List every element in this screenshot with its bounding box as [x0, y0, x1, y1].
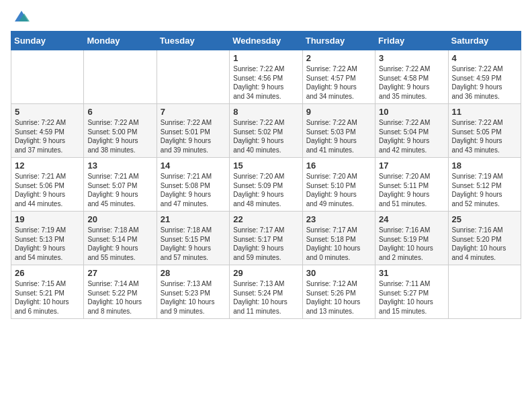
- weekday-thursday: Thursday: [302, 32, 375, 50]
- day-info: Sunrise: 7:22 AMSunset: 5:04 PMDaylight:…: [379, 118, 444, 154]
- day-info: Sunrise: 7:22 AMSunset: 4:58 PMDaylight:…: [379, 64, 444, 101]
- day-info: Sunrise: 7:12 AMSunset: 5:26 PMDaylight:…: [306, 279, 371, 316]
- day-number: 22: [233, 214, 298, 224]
- calendar-cell: 30Sunrise: 7:12 AMSunset: 5:26 PMDayligh…: [302, 265, 375, 319]
- calendar-cell: [84, 50, 157, 104]
- day-info: Sunrise: 7:14 AMSunset: 5:22 PMDaylight:…: [87, 279, 152, 316]
- day-number: 24: [379, 214, 444, 224]
- day-number: 9: [306, 107, 371, 117]
- day-info: Sunrise: 7:20 AMSunset: 5:10 PMDaylight:…: [306, 172, 371, 208]
- calendar-cell: 20Sunrise: 7:18 AMSunset: 5:14 PMDayligh…: [84, 212, 157, 265]
- day-number: 27: [87, 268, 152, 278]
- day-number: 1: [233, 53, 298, 63]
- calendar-cell: 28Sunrise: 7:13 AMSunset: 5:23 PMDayligh…: [157, 265, 229, 319]
- calendar-cell: 14Sunrise: 7:21 AMSunset: 5:08 PMDayligh…: [157, 158, 229, 212]
- day-info: Sunrise: 7:19 AMSunset: 5:13 PMDaylight:…: [15, 226, 80, 262]
- header: [11, 7, 521, 26]
- day-number: 7: [161, 107, 226, 117]
- calendar-cell: 1Sunrise: 7:22 AMSunset: 4:56 PMDaylight…: [230, 50, 302, 104]
- day-info: Sunrise: 7:21 AMSunset: 5:06 PMDaylight:…: [15, 172, 80, 208]
- weekday-wednesday: Wednesday: [230, 32, 302, 50]
- calendar-cell: [448, 265, 521, 319]
- calendar-cell: 25Sunrise: 7:16 AMSunset: 5:20 PMDayligh…: [448, 212, 521, 265]
- weekday-saturday: Saturday: [448, 32, 521, 50]
- day-number: 11: [452, 107, 517, 117]
- day-info: Sunrise: 7:22 AMSunset: 5:01 PMDaylight:…: [161, 118, 226, 154]
- day-number: 30: [306, 268, 371, 278]
- day-number: 26: [15, 268, 80, 278]
- calendar-cell: [157, 50, 229, 104]
- day-info: Sunrise: 7:22 AMSunset: 5:03 PMDaylight:…: [306, 118, 371, 154]
- calendar-cell: 6Sunrise: 7:22 AMSunset: 5:00 PMDaylight…: [84, 104, 157, 158]
- calendar-cell: 13Sunrise: 7:21 AMSunset: 5:07 PMDayligh…: [84, 158, 157, 212]
- calendar-week-2: 12Sunrise: 7:21 AMSunset: 5:06 PMDayligh…: [11, 158, 521, 212]
- day-info: Sunrise: 7:22 AMSunset: 4:59 PMDaylight:…: [15, 118, 80, 154]
- day-info: Sunrise: 7:20 AMSunset: 5:09 PMDaylight:…: [233, 172, 298, 208]
- calendar-cell: 7Sunrise: 7:22 AMSunset: 5:01 PMDaylight…: [157, 104, 229, 158]
- logo-icon: [12, 7, 31, 26]
- day-number: 2: [306, 53, 371, 63]
- calendar-cell: 17Sunrise: 7:20 AMSunset: 5:11 PMDayligh…: [375, 158, 448, 212]
- page: SundayMondayTuesdayWednesdayThursdayFrid…: [0, 0, 532, 411]
- calendar-cell: 15Sunrise: 7:20 AMSunset: 5:09 PMDayligh…: [230, 158, 302, 212]
- calendar-cell: 9Sunrise: 7:22 AMSunset: 5:03 PMDaylight…: [302, 104, 375, 158]
- day-number: 8: [233, 107, 298, 117]
- day-info: Sunrise: 7:18 AMSunset: 5:14 PMDaylight:…: [87, 226, 152, 262]
- day-info: Sunrise: 7:22 AMSunset: 5:02 PMDaylight:…: [233, 118, 298, 154]
- calendar-cell: 24Sunrise: 7:16 AMSunset: 5:19 PMDayligh…: [375, 212, 448, 265]
- day-info: Sunrise: 7:15 AMSunset: 5:21 PMDaylight:…: [15, 279, 80, 316]
- calendar-cell: 11Sunrise: 7:22 AMSunset: 5:05 PMDayligh…: [448, 104, 521, 158]
- day-number: 21: [161, 214, 226, 224]
- calendar-cell: 12Sunrise: 7:21 AMSunset: 5:06 PMDayligh…: [11, 158, 84, 212]
- day-info: Sunrise: 7:22 AMSunset: 4:57 PMDaylight:…: [306, 64, 371, 101]
- day-info: Sunrise: 7:22 AMSunset: 5:00 PMDaylight:…: [87, 118, 152, 154]
- day-info: Sunrise: 7:22 AMSunset: 4:59 PMDaylight:…: [452, 64, 517, 101]
- calendar-cell: 10Sunrise: 7:22 AMSunset: 5:04 PMDayligh…: [375, 104, 448, 158]
- day-info: Sunrise: 7:21 AMSunset: 5:08 PMDaylight:…: [161, 172, 226, 208]
- weekday-monday: Monday: [84, 32, 157, 50]
- calendar-cell: 22Sunrise: 7:17 AMSunset: 5:17 PMDayligh…: [230, 212, 302, 265]
- day-number: 29: [233, 268, 298, 278]
- calendar-week-0: 1Sunrise: 7:22 AMSunset: 4:56 PMDaylight…: [11, 50, 521, 104]
- day-info: Sunrise: 7:16 AMSunset: 5:20 PMDaylight:…: [452, 226, 517, 262]
- calendar-cell: 21Sunrise: 7:18 AMSunset: 5:15 PMDayligh…: [157, 212, 229, 265]
- day-info: Sunrise: 7:22 AMSunset: 4:56 PMDaylight:…: [233, 64, 298, 101]
- calendar-cell: 5Sunrise: 7:22 AMSunset: 4:59 PMDaylight…: [11, 104, 84, 158]
- day-number: 20: [87, 214, 152, 224]
- calendar-cell: 29Sunrise: 7:13 AMSunset: 5:24 PMDayligh…: [230, 265, 302, 319]
- calendar-cell: 27Sunrise: 7:14 AMSunset: 5:22 PMDayligh…: [84, 265, 157, 319]
- weekday-tuesday: Tuesday: [157, 32, 229, 50]
- day-number: 25: [452, 214, 517, 224]
- weekday-friday: Friday: [375, 32, 448, 50]
- calendar-cell: 3Sunrise: 7:22 AMSunset: 4:58 PMDaylight…: [375, 50, 448, 104]
- calendar-cell: 8Sunrise: 7:22 AMSunset: 5:02 PMDaylight…: [230, 104, 302, 158]
- day-number: 14: [161, 161, 226, 171]
- day-info: Sunrise: 7:17 AMSunset: 5:18 PMDaylight:…: [306, 226, 371, 262]
- day-info: Sunrise: 7:17 AMSunset: 5:17 PMDaylight:…: [233, 226, 298, 262]
- day-number: 31: [379, 268, 444, 278]
- day-info: Sunrise: 7:11 AMSunset: 5:27 PMDaylight:…: [379, 279, 444, 316]
- day-number: 5: [15, 107, 80, 117]
- day-number: 13: [87, 161, 152, 171]
- day-number: 10: [379, 107, 444, 117]
- calendar-cell: 16Sunrise: 7:20 AMSunset: 5:10 PMDayligh…: [302, 158, 375, 212]
- day-info: Sunrise: 7:16 AMSunset: 5:19 PMDaylight:…: [379, 226, 444, 262]
- calendar-week-3: 19Sunrise: 7:19 AMSunset: 5:13 PMDayligh…: [11, 212, 521, 265]
- calendar-cell: 19Sunrise: 7:19 AMSunset: 5:13 PMDayligh…: [11, 212, 84, 265]
- day-info: Sunrise: 7:13 AMSunset: 5:24 PMDaylight:…: [233, 279, 298, 316]
- day-number: 16: [306, 161, 371, 171]
- calendar-cell: 26Sunrise: 7:15 AMSunset: 5:21 PMDayligh…: [11, 265, 84, 319]
- day-info: Sunrise: 7:13 AMSunset: 5:23 PMDaylight:…: [161, 279, 226, 316]
- calendar-cell: [11, 50, 84, 104]
- day-info: Sunrise: 7:19 AMSunset: 5:12 PMDaylight:…: [452, 172, 517, 208]
- weekday-sunday: Sunday: [11, 32, 84, 50]
- day-info: Sunrise: 7:20 AMSunset: 5:11 PMDaylight:…: [379, 172, 444, 208]
- day-number: 15: [233, 161, 298, 171]
- calendar-cell: 18Sunrise: 7:19 AMSunset: 5:12 PMDayligh…: [448, 158, 521, 212]
- calendar-table: SundayMondayTuesdayWednesdayThursdayFrid…: [11, 31, 521, 319]
- day-number: 4: [452, 53, 517, 63]
- day-number: 12: [15, 161, 80, 171]
- day-number: 19: [15, 214, 80, 224]
- calendar-cell: 23Sunrise: 7:17 AMSunset: 5:18 PMDayligh…: [302, 212, 375, 265]
- logo: [11, 7, 31, 26]
